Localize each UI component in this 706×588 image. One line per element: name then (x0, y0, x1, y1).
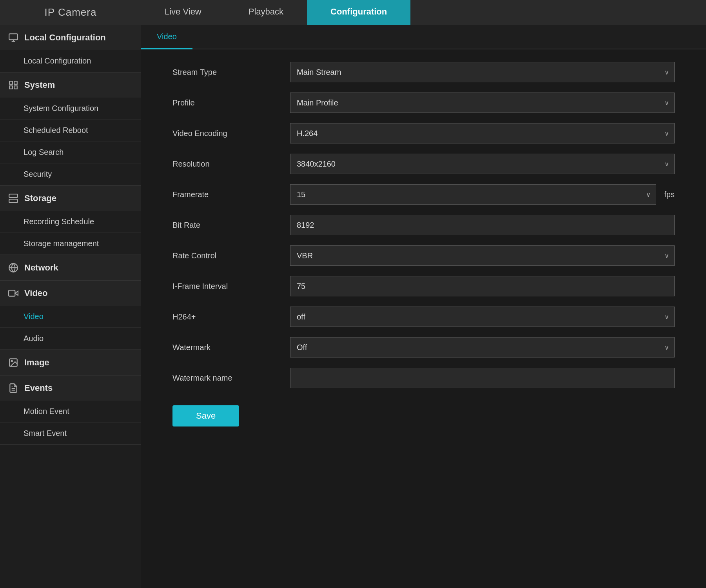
sidebar-section-header-events[interactable]: Events (0, 376, 141, 401)
sidebar-section-local-configuration: Local Configuration Local Configuration (0, 25, 141, 73)
svg-rect-3 (9, 81, 13, 84)
form-row-iframe-interval: I-Frame Interval (172, 275, 675, 297)
tab-live-view[interactable]: Live View (141, 0, 225, 25)
tab-playback[interactable]: Playback (225, 0, 307, 25)
form-row-watermark-name: Watermark name (172, 367, 675, 389)
sidebar-item-recording-schedule[interactable]: Recording Schedule (0, 211, 141, 233)
select-wrapper-watermark: Off On (290, 337, 675, 358)
control-watermark: Off On (290, 337, 675, 358)
select-resolution[interactable]: 3840x2160 1920x1080 1280x720 (290, 154, 675, 174)
form-row-stream-type: Stream Type Main Stream Sub Stream (172, 61, 675, 83)
sidebar-item-local-config[interactable]: Local Configuration (0, 50, 141, 72)
form-row-bit-rate: Bit Rate (172, 214, 675, 236)
svg-rect-6 (14, 86, 17, 89)
select-h264plus[interactable]: off on (290, 307, 675, 327)
svg-rect-13 (9, 290, 15, 296)
sidebar-section-storage: Storage Recording Schedule Storage manag… (0, 186, 141, 255)
select-wrapper-video-encoding: H.264 H.265 MJPEG (290, 123, 675, 143)
control-rate-control: VBR CBR (290, 245, 675, 266)
label-rate-control: Rate Control (172, 251, 290, 260)
select-stream-type[interactable]: Main Stream Sub Stream (290, 62, 675, 82)
select-watermark[interactable]: Off On (290, 337, 675, 358)
form-row-resolution: Resolution 3840x2160 1920x1080 1280x720 (172, 153, 675, 175)
nav-tabs: Live View Playback Configuration (141, 0, 706, 25)
sidebar-section-system: System System Configuration Scheduled Re… (0, 73, 141, 186)
sidebar-section-header-storage[interactable]: Storage (0, 186, 141, 211)
label-video-encoding: Video Encoding (172, 129, 290, 138)
form-row-watermark: Watermark Off On (172, 336, 675, 358)
control-watermark-name (290, 368, 675, 388)
sidebar-section-header-image[interactable]: Image (0, 350, 141, 375)
form-content: Stream Type Main Stream Sub Stream Profi… (141, 49, 706, 588)
main-layout: Local Configuration Local Configuration … (0, 25, 706, 588)
control-profile: Main Profile Basic Profile High Profile (290, 93, 675, 113)
select-wrapper-rate-control: VBR CBR (290, 245, 675, 266)
form-row-h264plus: H264+ off on (172, 306, 675, 328)
sidebar-item-storage-management[interactable]: Storage management (0, 233, 141, 255)
label-bit-rate: Bit Rate (172, 221, 290, 230)
control-bit-rate (290, 215, 675, 235)
control-video-encoding: H.264 H.265 MJPEG (290, 123, 675, 143)
svg-rect-5 (9, 86, 13, 89)
sidebar-item-smart-event[interactable]: Smart Event (0, 423, 141, 445)
label-profile: Profile (172, 98, 290, 107)
control-h264plus: off on (290, 307, 675, 327)
sidebar-item-system-configuration[interactable]: System Configuration (0, 98, 141, 120)
content-area: Video Stream Type Main Stream Sub Stream (141, 25, 706, 588)
sidebar-section-header-network[interactable]: Network (0, 255, 141, 280)
select-rate-control[interactable]: VBR CBR (290, 245, 675, 266)
svg-rect-0 (9, 34, 18, 40)
select-wrapper-h264plus: off on (290, 307, 675, 327)
input-watermark-name[interactable] (290, 368, 675, 388)
control-resolution: 3840x2160 1920x1080 1280x720 (290, 154, 675, 174)
events-icon (8, 383, 19, 394)
sidebar-section-network: Network (0, 255, 141, 281)
form-row-rate-control: Rate Control VBR CBR (172, 245, 675, 267)
save-button[interactable]: Save (172, 405, 239, 426)
control-stream-type: Main Stream Sub Stream (290, 62, 675, 82)
sidebar-item-video[interactable]: Video (0, 306, 141, 328)
input-bit-rate[interactable] (290, 215, 675, 235)
subtab-video[interactable]: Video (141, 25, 192, 49)
select-framerate[interactable]: 15 25 30 (290, 184, 656, 205)
image-icon (8, 357, 19, 368)
label-h264plus: H264+ (172, 312, 290, 321)
sidebar-item-log-search[interactable]: Log Search (0, 142, 141, 163)
grid-icon (8, 80, 19, 91)
select-wrapper-profile: Main Profile Basic Profile High Profile (290, 93, 675, 113)
tab-configuration[interactable]: Configuration (307, 0, 410, 25)
label-framerate: Framerate (172, 190, 290, 199)
sidebar-section-image: Image (0, 350, 141, 376)
sub-tabs: Video (141, 25, 706, 49)
form-row-profile: Profile Main Profile Basic Profile High … (172, 92, 675, 114)
label-stream-type: Stream Type (172, 68, 290, 77)
sidebar-section-header-local[interactable]: Local Configuration (0, 25, 141, 50)
control-iframe-interval (290, 276, 675, 296)
select-video-encoding[interactable]: H.264 H.265 MJPEG (290, 123, 675, 143)
top-header: IP Camera Live View Playback Configurati… (0, 0, 706, 25)
label-watermark-name: Watermark name (172, 374, 290, 383)
select-wrapper-resolution: 3840x2160 1920x1080 1280x720 (290, 154, 675, 174)
svg-point-15 (11, 361, 13, 362)
sidebar-item-audio[interactable]: Audio (0, 328, 141, 350)
sidebar-section-video: Video Video Audio (0, 281, 141, 350)
input-iframe-interval[interactable] (290, 276, 675, 296)
camera-icon (8, 288, 19, 299)
label-resolution: Resolution (172, 160, 290, 169)
svg-rect-7 (9, 194, 18, 198)
label-iframe-interval: I-Frame Interval (172, 282, 290, 291)
label-watermark: Watermark (172, 343, 290, 352)
svg-rect-8 (9, 199, 18, 203)
storage-icon (8, 193, 19, 204)
sidebar-section-header-video[interactable]: Video (0, 281, 141, 306)
select-profile[interactable]: Main Profile Basic Profile High Profile (290, 93, 675, 113)
sidebar-item-security[interactable]: Security (0, 163, 141, 185)
svg-rect-4 (14, 81, 17, 84)
sidebar: Local Configuration Local Configuration … (0, 25, 141, 588)
control-framerate: 15 25 30 fps (290, 184, 675, 205)
sidebar-item-motion-event[interactable]: Motion Event (0, 401, 141, 423)
select-wrapper-stream-type: Main Stream Sub Stream (290, 62, 675, 82)
sidebar-section-header-system[interactable]: System (0, 73, 141, 98)
form-row-framerate: Framerate 15 25 30 fps (172, 183, 675, 205)
sidebar-item-scheduled-reboot[interactable]: Scheduled Reboot (0, 120, 141, 142)
